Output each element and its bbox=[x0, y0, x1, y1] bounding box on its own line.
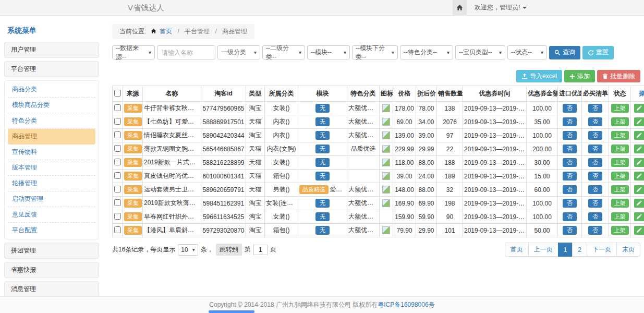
sidebar-item-7[interactable]: 启动页管理 bbox=[8, 191, 95, 207]
sidebar-group-4[interactable]: 消息管理 bbox=[4, 281, 99, 296]
must-buy-toggle[interactable]: 否 bbox=[588, 117, 602, 126]
cell-source: 采集 bbox=[123, 102, 143, 115]
status-button[interactable]: 上架 bbox=[611, 172, 629, 180]
user-menu[interactable]: 欢迎您，管理员! bbox=[475, 3, 527, 12]
row-checkbox[interactable] bbox=[114, 226, 121, 233]
must-buy-toggle[interactable]: 否 bbox=[588, 104, 602, 113]
search-button[interactable]: 查询 bbox=[549, 46, 580, 59]
horizontal-scrollbar-thumb[interactable] bbox=[209, 310, 254, 313]
icp-link[interactable]: 粤ICP备16098006号 bbox=[378, 300, 434, 309]
sidebar-group-3[interactable]: 省惠快报 bbox=[4, 262, 99, 278]
sidebar-item-0[interactable]: 商品分类 bbox=[8, 82, 95, 98]
import-optional-toggle[interactable]: 否 bbox=[563, 131, 577, 140]
reset-button[interactable]: 重置 bbox=[582, 46, 614, 59]
status-button[interactable]: 上架 bbox=[611, 104, 629, 113]
row-checkbox[interactable] bbox=[114, 104, 121, 111]
row-checkbox[interactable] bbox=[114, 131, 121, 138]
status-button[interactable]: 上架 bbox=[611, 158, 629, 167]
import-optional-toggle[interactable]: 否 bbox=[563, 158, 577, 167]
table-row: 采集【港风】单肩斜跨链条...597293020870淘宝箱包()无大额优惠券7… bbox=[113, 224, 644, 237]
must-buy-toggle[interactable]: 否 bbox=[588, 172, 602, 180]
batch-delete-button[interactable]: 批量删除 bbox=[597, 70, 640, 82]
page-1-button[interactable]: 1 bbox=[558, 243, 573, 257]
filter-select-level1-category[interactable]: 一级分类▾ bbox=[217, 45, 260, 59]
must-buy-toggle[interactable]: 否 bbox=[588, 212, 602, 221]
last-page-button[interactable]: 末页 bbox=[616, 243, 640, 257]
status-button[interactable]: 上架 bbox=[611, 145, 629, 153]
module-badge: 无 bbox=[315, 104, 330, 113]
row-checkbox[interactable] bbox=[114, 186, 121, 192]
must-buy-toggle[interactable]: 否 bbox=[588, 145, 602, 153]
import-optional-toggle[interactable]: 否 bbox=[563, 104, 577, 113]
filter-input-name[interactable] bbox=[157, 45, 215, 59]
filter-select-item-type[interactable]: --宝贝类型--▾ bbox=[455, 45, 505, 59]
edit-button[interactable] bbox=[634, 185, 644, 194]
edit-button[interactable] bbox=[634, 145, 644, 153]
add-button[interactable]: 添加 bbox=[564, 70, 595, 82]
page-2-button[interactable]: 2 bbox=[572, 243, 587, 257]
filter-select-data-source[interactable]: --数据来源--▾ bbox=[112, 45, 155, 59]
edit-button[interactable] bbox=[634, 226, 644, 235]
sidebar-item-3[interactable]: 商品管理 bbox=[8, 129, 95, 145]
status-button[interactable]: 上架 bbox=[611, 212, 629, 221]
import-excel-button[interactable]: 导入excel bbox=[516, 70, 562, 82]
edit-button[interactable] bbox=[634, 104, 644, 113]
edit-button[interactable] bbox=[634, 212, 644, 221]
sidebar-group-2[interactable]: 拼团管理 bbox=[4, 243, 99, 259]
sidebar-item-4[interactable]: 宣传物料 bbox=[8, 145, 95, 160]
must-buy-toggle[interactable]: 否 bbox=[588, 226, 602, 235]
filter-select-module[interactable]: --模块--▾ bbox=[307, 45, 350, 59]
row-checkbox[interactable] bbox=[114, 199, 121, 206]
first-page-button[interactable]: 首页 bbox=[505, 243, 529, 257]
sidebar-group-1[interactable]: 平台管理 bbox=[4, 61, 99, 77]
must-buy-toggle[interactable]: 否 bbox=[588, 185, 602, 194]
must-buy-toggle[interactable]: 否 bbox=[588, 199, 602, 208]
status-button[interactable]: 上架 bbox=[611, 199, 629, 208]
import-optional-toggle[interactable]: 否 bbox=[563, 185, 577, 194]
sidebar-item-9[interactable]: 平台配置 bbox=[8, 223, 95, 238]
import-optional-toggle[interactable]: 否 bbox=[563, 226, 577, 235]
row-checkbox[interactable] bbox=[114, 118, 121, 125]
edit-button[interactable] bbox=[634, 158, 644, 167]
row-checkbox[interactable] bbox=[114, 159, 121, 165]
source-badge: 采集 bbox=[124, 158, 142, 167]
import-optional-toggle[interactable]: 否 bbox=[563, 172, 577, 180]
sidebar-group-0[interactable]: 用户管理 bbox=[4, 42, 99, 58]
import-optional-toggle[interactable]: 否 bbox=[563, 117, 577, 126]
cell-price: 118.00 bbox=[393, 156, 416, 170]
filter-select-module-subcategory[interactable]: --模块下分类--▾ bbox=[352, 45, 398, 59]
sidebar-item-2[interactable]: 特色分类 bbox=[8, 113, 95, 129]
jump-button[interactable]: 跳转到 bbox=[216, 244, 242, 256]
row-checkbox[interactable] bbox=[114, 145, 121, 152]
must-buy-toggle[interactable]: 否 bbox=[588, 131, 602, 140]
import-optional-toggle[interactable]: 否 bbox=[563, 212, 577, 221]
filter-select-status[interactable]: --状态--▾ bbox=[507, 45, 547, 59]
import-optional-toggle[interactable]: 否 bbox=[563, 145, 577, 153]
filter-select-level2-category[interactable]: --二级分类--▾ bbox=[262, 45, 305, 59]
row-checkbox[interactable] bbox=[114, 172, 121, 179]
status-button[interactable]: 上架 bbox=[611, 226, 629, 235]
import-optional-toggle[interactable]: 否 bbox=[563, 199, 577, 208]
page-number-input[interactable] bbox=[253, 245, 268, 255]
home-button[interactable] bbox=[453, 0, 467, 15]
sidebar-item-6[interactable]: 轮播管理 bbox=[8, 176, 95, 191]
next-page-button[interactable]: 下一页 bbox=[587, 243, 617, 257]
status-button[interactable]: 上架 bbox=[611, 117, 629, 126]
edit-button[interactable] bbox=[634, 172, 644, 180]
status-button[interactable]: 上架 bbox=[611, 185, 629, 194]
edit-button[interactable] bbox=[634, 199, 644, 208]
row-checkbox[interactable] bbox=[114, 213, 121, 220]
edit-button[interactable] bbox=[634, 131, 644, 140]
status-button[interactable]: 上架 bbox=[611, 131, 629, 140]
edit-button[interactable] bbox=[634, 117, 644, 126]
cell-coupon-amount: 15.00 bbox=[527, 170, 558, 183]
prev-page-button[interactable]: 上一页 bbox=[528, 243, 558, 257]
sidebar-item-5[interactable]: 版本管理 bbox=[8, 160, 95, 176]
sidebar-item-1[interactable]: 模块商品分类 bbox=[8, 98, 95, 113]
sidebar-item-8[interactable]: 意见反馈 bbox=[8, 207, 95, 223]
breadcrumb-home-link[interactable]: 首页 bbox=[160, 28, 172, 35]
select-all-checkbox[interactable] bbox=[114, 90, 121, 97]
must-buy-toggle[interactable]: 否 bbox=[588, 158, 602, 167]
per-page-select[interactable]: 10▾ bbox=[178, 244, 198, 256]
filter-select-feature-category[interactable]: --特色分类--▾ bbox=[400, 45, 453, 59]
